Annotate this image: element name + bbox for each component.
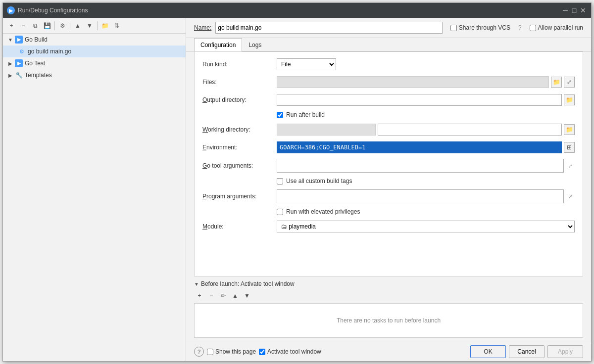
name-field-input[interactable] — [215, 22, 443, 34]
go-tool-args-control: ⤢ — [277, 159, 575, 173]
share-vcs-checkbox[interactable] — [450, 25, 457, 31]
settings-button[interactable]: ⚙ — [57, 20, 68, 31]
tree-templates-group[interactable]: ▶ 🔧 Templates — [3, 69, 186, 81]
go-build-main-item[interactable]: ⚙ go build main.go — [3, 46, 186, 57]
remove-config-button[interactable]: − — [18, 20, 29, 31]
go-build-main-label: go build main.go — [28, 48, 71, 55]
activate-window-checkbox[interactable] — [259, 349, 265, 355]
go-test-arrow: ▶ — [7, 60, 14, 67]
show-page-checkbox-label[interactable]: Show this page — [207, 348, 256, 355]
run-after-build-checkbox[interactable] — [277, 112, 283, 118]
share-vcs-checkbox-label[interactable]: Share through VCS — [450, 24, 510, 31]
close-button[interactable]: ✕ — [579, 6, 587, 14]
custom-tags-row: Use all custom build tags — [277, 178, 575, 184]
configuration-panel: Run kind: File Package Directory Files: — [194, 51, 583, 276]
left-toolbar: + − ⧉ 💾 ⚙ ▲ ▼ 📁 ⇅ — [3, 18, 186, 34]
go-tool-args-expand-btn[interactable]: ⤢ — [566, 160, 575, 171]
files-folder-btn[interactable]: 📁 — [551, 77, 562, 88]
parallel-run-checkbox[interactable] — [530, 25, 536, 31]
ok-button[interactable]: OK — [470, 345, 506, 358]
templates-arrow: ▶ — [7, 72, 14, 79]
custom-tags-checkbox[interactable] — [277, 178, 283, 184]
elevated-priv-row: Run with elevated privileges — [277, 208, 575, 215]
tree-go-test-group[interactable]: ▶ ▶ Go Test — [3, 57, 186, 69]
files-row: Files: 📁 ⤢ — [202, 76, 575, 89]
output-dir-input[interactable] — [277, 94, 562, 106]
maximize-button[interactable]: □ — [570, 6, 578, 14]
files-input[interactable] — [277, 76, 549, 88]
folder-button[interactable]: 📁 — [99, 20, 110, 31]
share-help-icon[interactable]: ? — [518, 24, 522, 31]
before-launch-toolbar: + − ✏ ▲ ▼ — [194, 290, 583, 301]
left-panel: + − ⧉ 💾 ⚙ ▲ ▼ 📁 ⇅ ▼ ▶ Go Build — [3, 18, 186, 361]
apply-button[interactable]: Apply — [547, 345, 583, 358]
working-dir-input[interactable] — [277, 124, 376, 136]
run-debug-dialog: ▶ Run/Debug Configurations ─ □ ✕ + − ⧉ 💾… — [2, 2, 592, 362]
run-kind-select[interactable]: File Package Directory — [277, 58, 336, 70]
go-test-label: Go Test — [25, 60, 45, 67]
tab-configuration[interactable]: Configuration — [194, 38, 242, 51]
before-launch-down-btn[interactable]: ▼ — [242, 290, 252, 301]
before-launch-edit-btn[interactable]: ✏ — [218, 290, 229, 301]
before-launch-add-btn[interactable]: + — [194, 290, 205, 301]
module-control: 🗂 playmedia — [277, 221, 575, 232]
files-control: 📁 ⤢ — [277, 76, 575, 88]
share-vcs-label: Share through VCS — [459, 24, 510, 31]
toolbar-separator-2 — [70, 21, 70, 30]
working-dir-input-2[interactable] — [378, 124, 562, 136]
custom-tags-label: Use all custom build tags — [286, 178, 352, 184]
output-dir-control: 📁 — [277, 94, 575, 106]
working-dir-control: 📁 — [277, 124, 575, 136]
cancel-button[interactable]: Cancel — [509, 345, 544, 358]
add-config-button[interactable]: + — [6, 20, 17, 31]
go-tool-args-input[interactable] — [277, 159, 564, 173]
before-launch-up-btn[interactable]: ▲ — [230, 290, 241, 301]
module-select[interactable]: 🗂 playmedia — [277, 221, 575, 232]
before-launch-remove-btn[interactable]: − — [206, 290, 217, 301]
elevated-priv-checkbox[interactable] — [277, 209, 283, 215]
go-build-arrow: ▼ — [7, 36, 14, 43]
environment-input[interactable] — [277, 141, 562, 153]
minimize-button[interactable]: ─ — [561, 6, 569, 14]
move-down-button[interactable]: ▼ — [84, 20, 95, 31]
files-label: Files: — [202, 79, 277, 86]
tree-area: ▼ ▶ Go Build ⚙ go build main.go ▶ ▶ Go T… — [3, 34, 186, 361]
go-test-icon: ▶ — [15, 59, 23, 67]
show-page-checkbox[interactable] — [207, 349, 213, 355]
dialog-title: Run/Debug Configurations — [18, 7, 561, 14]
activate-window-checkbox-label[interactable]: Activate tool window — [259, 348, 321, 355]
elevated-priv-label: Run with elevated privileges — [286, 208, 360, 215]
tree-go-build-group[interactable]: ▼ ▶ Go Build — [3, 34, 186, 46]
parallel-run-label: Allow parallel run — [538, 24, 583, 31]
output-dir-folder-btn[interactable]: 📁 — [564, 94, 575, 105]
name-right-controls: Share through VCS ? Allow parallel run — [450, 24, 583, 31]
save-config-button[interactable]: 💾 — [42, 20, 52, 31]
toolbar-separator-1 — [54, 21, 55, 30]
copy-config-button[interactable]: ⧉ — [30, 20, 41, 31]
program-args-row: Program arguments: ⤢ — [202, 189, 575, 203]
move-up-button[interactable]: ▲ — [72, 20, 83, 31]
help-button[interactable]: ? — [194, 347, 204, 357]
parallel-run-checkbox-label[interactable]: Allow parallel run — [530, 24, 583, 31]
run-after-build-row: Run after build — [277, 111, 575, 118]
output-dir-label: Output directory: — [202, 96, 277, 103]
tab-logs[interactable]: Logs — [242, 38, 268, 51]
sort-button[interactable]: ⇅ — [111, 20, 122, 31]
go-build-label: Go Build — [25, 36, 48, 43]
environment-row: Environment: ⊞ ◀ — [202, 141, 575, 154]
program-args-input[interactable] — [277, 189, 564, 203]
module-label: Module: — [202, 223, 277, 230]
environment-edit-btn[interactable]: ⊞ — [564, 142, 575, 153]
working-dir-folder-btn[interactable]: 📁 — [564, 124, 575, 135]
before-launch-area: There are no tasks to run before launch — [194, 303, 583, 338]
files-expand-btn[interactable]: ⤢ — [564, 77, 575, 88]
templates-icon: 🔧 — [15, 71, 23, 79]
show-page-label: Show this page — [215, 348, 256, 355]
name-bar: Name: Share through VCS ? Allow parallel… — [186, 18, 591, 38]
module-row: Module: 🗂 playmedia — [202, 220, 575, 233]
before-launch-collapse-btn[interactable]: ▼ — [194, 281, 199, 287]
main-content: + − ⧉ 💾 ⚙ ▲ ▼ 📁 ⇅ ▼ ▶ Go Build — [3, 18, 591, 361]
right-panel: Name: Share through VCS ? Allow parallel… — [186, 18, 591, 361]
go-file-icon: ⚙ — [18, 47, 26, 55]
program-args-expand-btn[interactable]: ⤢ — [566, 191, 575, 202]
